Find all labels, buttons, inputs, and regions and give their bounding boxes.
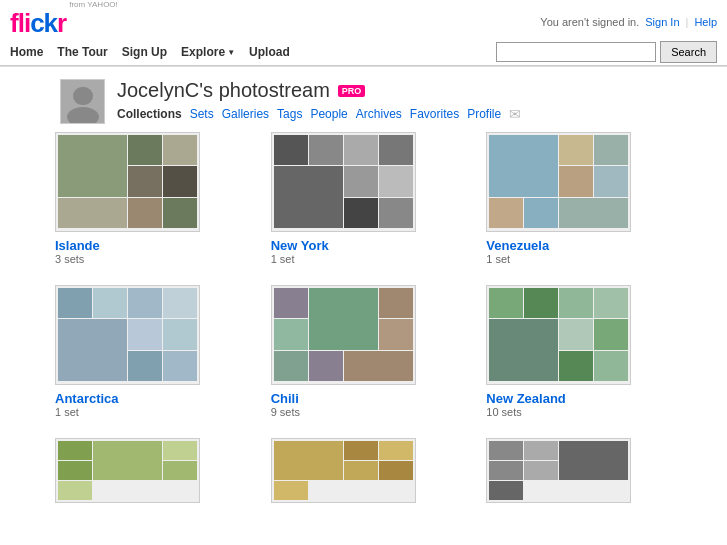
thumb-cell	[559, 351, 593, 381]
mail-icon[interactable]: ✉	[509, 106, 521, 122]
thumb-cell	[58, 441, 92, 460]
thumb-cell	[379, 135, 413, 165]
nav-tour[interactable]: The Tour	[57, 45, 107, 59]
thumb-cell	[379, 319, 413, 349]
collection-partial-1	[55, 438, 241, 503]
thumb-cell	[379, 198, 413, 228]
people-tab[interactable]: People	[310, 107, 347, 121]
collection-islande: Islande 3 sets	[55, 132, 241, 265]
thumb-cell	[344, 135, 378, 165]
collection-antarctica: Antarctica 1 set	[55, 285, 241, 418]
collection-chili-name[interactable]: Chili	[271, 391, 457, 406]
nav-home[interactable]: Home	[10, 45, 43, 59]
thumb-cell	[58, 198, 127, 228]
thumb-cell	[58, 135, 127, 197]
collection-venezuela: Venezuela 1 set	[486, 132, 672, 265]
thumb-cell	[524, 198, 558, 228]
thumb-cell	[344, 441, 378, 460]
thumb-cell	[489, 198, 523, 228]
collection-partial-2	[271, 438, 457, 503]
sets-tab[interactable]: Sets	[190, 107, 214, 121]
archives-tab[interactable]: Archives	[356, 107, 402, 121]
thumb-cell	[594, 135, 628, 165]
collection-newyork-thumb[interactable]	[271, 132, 416, 232]
separator: |	[686, 16, 689, 28]
nav-explore[interactable]: Explore	[181, 45, 225, 59]
thumb-cell	[559, 135, 593, 165]
help-link[interactable]: Help	[694, 16, 717, 28]
thumb-cell	[309, 135, 343, 165]
thumb-cell	[128, 319, 162, 349]
thumb-cell	[524, 441, 558, 460]
thumb-cell	[594, 351, 628, 381]
thumb-cell	[489, 461, 523, 480]
collection-antarctica-thumb[interactable]	[55, 285, 200, 385]
signin-link[interactable]: Sign In	[645, 16, 679, 28]
avatar	[60, 79, 105, 124]
collection-newyork-count: 1 set	[271, 253, 457, 265]
thumb-cell	[163, 198, 197, 228]
collection-newyork: New York 1 set	[271, 132, 457, 265]
profile-tab[interactable]: Profile	[467, 107, 501, 121]
thumb-cell	[379, 288, 413, 318]
thumb-cell	[163, 351, 197, 381]
search-button[interactable]: Search	[660, 41, 717, 63]
thumb-cell	[559, 166, 593, 196]
thumb-cell	[163, 319, 197, 349]
collection-partial-1-thumb[interactable]	[55, 438, 200, 503]
thumb-cell	[489, 319, 558, 381]
collection-newyork-name[interactable]: New York	[271, 238, 457, 253]
pro-badge: pro	[338, 85, 366, 97]
thumb-cell	[594, 288, 628, 318]
nav-signup[interactable]: Sign Up	[122, 45, 167, 59]
thumb-cell	[274, 351, 308, 381]
thumb-cell	[344, 166, 378, 196]
thumb-cell	[344, 461, 378, 480]
favorites-tab[interactable]: Favorites	[410, 107, 459, 121]
galleries-tab[interactable]: Galleries	[222, 107, 269, 121]
thumb-cell	[93, 288, 127, 318]
thumb-cell	[274, 135, 308, 165]
thumb-cell	[163, 135, 197, 165]
collection-newzealand: New Zealand 10 sets	[486, 285, 672, 418]
thumb-cell	[379, 166, 413, 196]
thumb-cell	[379, 441, 413, 460]
thumb-cell	[274, 319, 308, 349]
flickr-logo: flickr	[10, 8, 66, 39]
collections-tab[interactable]: Collections	[117, 107, 182, 121]
collection-partial-3-thumb[interactable]	[486, 438, 631, 503]
thumb-cell	[559, 198, 628, 228]
collection-antarctica-name[interactable]: Antarctica	[55, 391, 241, 406]
collection-newzealand-thumb[interactable]	[486, 285, 631, 385]
thumb-cell	[489, 441, 523, 460]
tags-tab[interactable]: Tags	[277, 107, 302, 121]
collection-chili-thumb[interactable]	[271, 285, 416, 385]
search-input[interactable]	[496, 42, 656, 62]
collection-partial-3	[486, 438, 672, 503]
explore-dropdown-icon[interactable]: ▼	[227, 48, 235, 57]
collection-partial-2-thumb[interactable]	[271, 438, 416, 503]
collection-newzealand-name[interactable]: New Zealand	[486, 391, 672, 406]
thumb-cell	[344, 351, 413, 381]
collection-venezuela-name[interactable]: Venezuela	[486, 238, 672, 253]
collection-chili: Chili 9 sets	[271, 285, 457, 418]
yahoo-logo-text: from YAHOO!	[69, 0, 118, 9]
thumb-cell	[163, 166, 197, 196]
thumb-cell	[344, 198, 378, 228]
collection-islande-name[interactable]: Islande	[55, 238, 241, 253]
thumb-cell	[58, 288, 92, 318]
nav-upload[interactable]: Upload	[249, 45, 290, 59]
thumb-cell	[274, 288, 308, 318]
thumb-cell	[128, 288, 162, 318]
nav-explore-container: Explore ▼	[181, 45, 235, 59]
collection-antarctica-count: 1 set	[55, 406, 241, 418]
thumb-cell	[58, 481, 92, 500]
collection-islande-thumb[interactable]	[55, 132, 200, 232]
thumb-cell	[163, 461, 197, 480]
avatar-image	[61, 79, 104, 124]
thumb-cell	[128, 135, 162, 165]
thumb-cell	[274, 441, 343, 480]
collection-venezuela-thumb[interactable]	[486, 132, 631, 232]
thumb-cell	[379, 461, 413, 480]
thumb-cell	[309, 351, 343, 381]
